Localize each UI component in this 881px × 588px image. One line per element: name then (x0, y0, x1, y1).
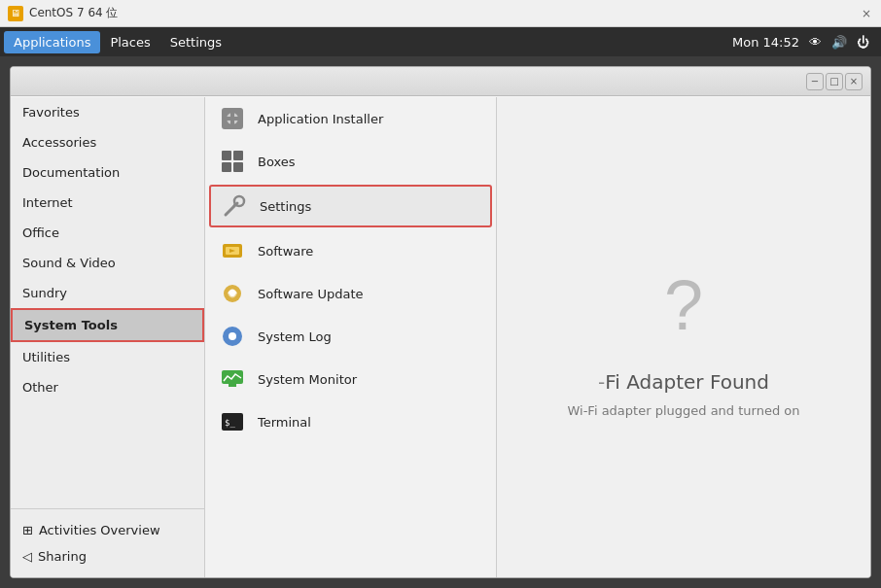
svg-point-9 (234, 196, 244, 206)
dropdown-item-software[interactable]: Software (205, 229, 496, 272)
sharing-button[interactable]: ◁ Sharing (22, 543, 193, 570)
title-bar-icon: 🖥 (8, 6, 23, 21)
wifi-status-subtitle: Wi-Fi adapter plugged and turned on (567, 403, 799, 418)
display-icon[interactable]: 👁 (809, 35, 822, 50)
menu-bar-right: Mon 14:52 👁 🔊 ⏻ (732, 35, 877, 50)
sidebar-item-favorites[interactable]: Favorites (11, 97, 204, 127)
activities-icon: ⊞ (22, 523, 33, 537)
volume-icon[interactable]: 🔊 (831, 35, 847, 50)
system-monitor-icon (219, 365, 246, 393)
dropdown-item-boxes[interactable]: Boxes (205, 140, 496, 183)
title-bar-close-button[interactable]: × (860, 7, 873, 20)
title-bar: 🖥 CentOS 7 64 位 × (0, 0, 881, 27)
sidebar: Favorites Accessories Documentation Inte… (11, 97, 205, 577)
software-icon (219, 237, 246, 264)
sidebar-item-other[interactable]: Other (11, 372, 204, 402)
svg-rect-4 (222, 151, 231, 160)
dropdown-menu: Application Installer Boxes (205, 97, 497, 577)
boxes-icon (219, 148, 246, 175)
settings-icon (221, 192, 248, 220)
app-installer-icon (219, 105, 246, 132)
svg-point-17 (229, 332, 236, 340)
terminal-icon: $_ (219, 408, 246, 435)
close-button[interactable]: × (845, 73, 863, 90)
svg-point-15 (229, 291, 235, 296)
svg-rect-7 (233, 162, 243, 172)
menu-bar: Applications Places Settings Mon 14:52 👁… (0, 27, 881, 56)
sharing-icon: ◁ (22, 549, 32, 564)
wifi-status-title: -Fi Adapter Found (598, 370, 769, 394)
dropdown-item-settings[interactable]: Settings (209, 185, 492, 227)
app-window: − □ × Favorites Accessories Documentatio… (10, 66, 871, 578)
window-area: − □ × Favorites Accessories Documentatio… (0, 56, 881, 588)
sidebar-item-internet[interactable]: Internet (11, 188, 204, 218)
sidebar-item-office[interactable]: Office (11, 218, 204, 248)
clock: Mon 14:52 (732, 35, 799, 50)
svg-rect-3 (227, 117, 238, 121)
wifi-question-icon: ? (645, 257, 722, 361)
svg-rect-6 (222, 162, 231, 172)
dropdown-item-terminal[interactable]: $_ Terminal (205, 400, 496, 443)
dropdown-item-system-log[interactable]: System Log (205, 315, 496, 358)
menu-bar-settings[interactable]: Settings (160, 31, 231, 53)
svg-rect-5 (233, 151, 243, 160)
minimize-button[interactable]: − (806, 73, 824, 90)
svg-text:?: ? (664, 266, 703, 344)
menu-bar-places[interactable]: Places (100, 31, 159, 53)
svg-text:$_: $_ (225, 418, 235, 428)
title-bar-title: CentOS 7 64 位 (29, 5, 854, 21)
app-title-bar: − □ × (11, 67, 870, 96)
activities-overview-button[interactable]: ⊞ Activities Overview (22, 517, 193, 543)
sidebar-bottom: ⊞ Activities Overview ◁ Sharing (11, 508, 204, 577)
svg-rect-19 (229, 384, 236, 387)
software-update-icon (219, 280, 246, 307)
dropdown-item-system-monitor[interactable]: System Monitor (205, 358, 496, 400)
sidebar-item-accessories[interactable]: Accessories (11, 127, 204, 157)
sidebar-item-system-tools[interactable]: System Tools (11, 308, 204, 342)
sidebar-item-documentation[interactable]: Documentation (11, 157, 204, 188)
maximize-button[interactable]: □ (826, 73, 843, 90)
sidebar-item-utilities[interactable]: Utilities (11, 342, 204, 372)
sidebar-item-sound-video[interactable]: Sound & Video (11, 248, 204, 278)
main-content: ? -Fi Adapter Found Wi-Fi adapter plugge… (497, 97, 870, 577)
sidebar-item-sundry[interactable]: Sundry (11, 278, 204, 308)
power-icon[interactable]: ⏻ (857, 35, 869, 50)
dropdown-item-app-installer[interactable]: Application Installer (205, 97, 496, 140)
dropdown-item-software-update[interactable]: Software Update (205, 272, 496, 315)
system-log-icon (219, 323, 246, 350)
menu-bar-applications[interactable]: Applications (4, 31, 100, 53)
